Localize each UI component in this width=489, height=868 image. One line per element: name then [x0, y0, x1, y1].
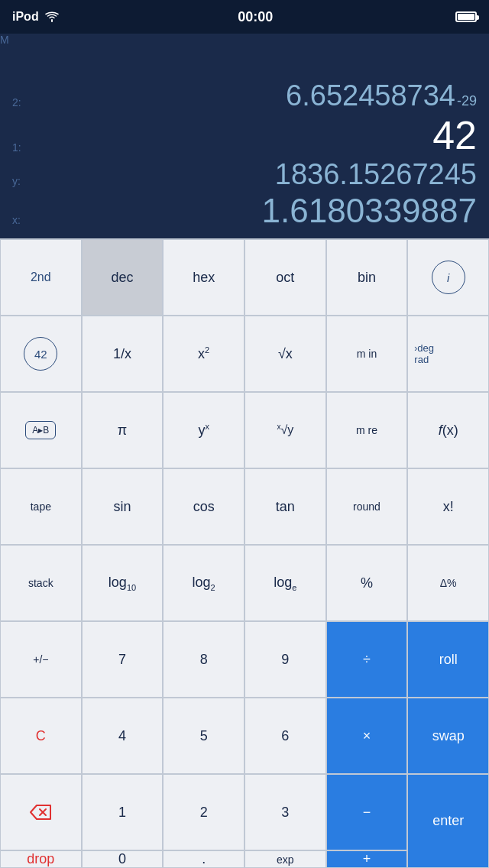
btn-bin[interactable]: bin	[326, 239, 408, 316]
btn-deg-rad[interactable]: ›deg rad	[407, 316, 489, 392]
rowx-label: x:	[12, 215, 21, 226]
btn-tape[interactable]: tape	[0, 468, 82, 545]
btn-roll[interactable]: roll	[407, 621, 489, 698]
backspace-icon	[29, 804, 52, 821]
btn-stack[interactable]: stack	[0, 545, 82, 621]
rowy-value: 1836.15267245	[275, 159, 477, 191]
btn-hex[interactable]: hex	[163, 239, 244, 316]
calculator-display: M 2: 6.652458734 -29 1: 42 y: 1836.15267…	[0, 34, 489, 238]
btn-clear[interactable]: C	[0, 698, 82, 774]
btn-9[interactable]: 9	[244, 621, 326, 698]
btn-3[interactable]: 3	[244, 774, 326, 850]
row2-exp: -29	[457, 94, 477, 109]
btn-4[interactable]: 4	[82, 698, 164, 774]
btn-swap[interactable]: swap	[407, 698, 489, 774]
btn-sin[interactable]: sin	[82, 468, 164, 545]
btn-decimal[interactable]: .	[163, 850, 244, 868]
battery-icon	[455, 11, 477, 22]
btn-log10[interactable]: log10	[82, 545, 164, 621]
btn-1overx[interactable]: 1/x	[82, 316, 164, 392]
btn-backspace[interactable]	[0, 774, 82, 850]
btn-factorial[interactable]: x!	[407, 468, 489, 545]
btn-fx[interactable]: f(x)	[407, 392, 489, 468]
row2-value: 6.652458734	[286, 80, 455, 112]
btn-sqrt[interactable]: √x	[244, 316, 326, 392]
btn-enter[interactable]: enter	[407, 774, 489, 868]
btn-42[interactable]: 42	[0, 316, 82, 392]
btn-log2[interactable]: log2	[163, 545, 244, 621]
btn-tan[interactable]: tan	[244, 468, 326, 545]
btn-loge[interactable]: loge	[244, 545, 326, 621]
btn-pi[interactable]: π	[82, 392, 164, 468]
btn-2[interactable]: 2	[163, 774, 244, 850]
btn-delta-percent[interactable]: Δ%	[407, 545, 489, 621]
btn-2nd[interactable]: 2nd	[0, 239, 82, 316]
row2-label: 2:	[12, 97, 21, 108]
btn-multiply[interactable]: ×	[326, 698, 408, 774]
btn-info[interactable]: i	[407, 239, 489, 316]
btn-5[interactable]: 5	[163, 698, 244, 774]
row1-label: 1:	[12, 142, 21, 154]
btn-7[interactable]: 7	[82, 621, 164, 698]
btn-round[interactable]: round	[326, 468, 408, 545]
btn-drop[interactable]: drop	[0, 850, 82, 868]
btn-xsquared[interactable]: x2	[163, 316, 244, 392]
btn-plus[interactable]: +	[326, 850, 408, 868]
btn-percent[interactable]: %	[326, 545, 408, 621]
btn-atob[interactable]: A▸B	[0, 392, 82, 468]
btn-minus[interactable]: −	[326, 774, 408, 850]
btn-plusminus[interactable]: +/−	[0, 621, 82, 698]
btn-dec[interactable]: dec	[82, 239, 164, 316]
btn-cos[interactable]: cos	[163, 468, 244, 545]
btn-6[interactable]: 6	[244, 698, 326, 774]
m-label: M	[0, 34, 9, 46]
rowx-value: 1.6180339887	[262, 193, 477, 229]
btn-1[interactable]: 1	[82, 774, 164, 850]
btn-0[interactable]: 0	[82, 850, 164, 868]
btn-oct[interactable]: oct	[244, 239, 326, 316]
time-display: 00:00	[238, 9, 273, 25]
btn-yx[interactable]: yx	[163, 392, 244, 468]
btn-divide[interactable]: ÷	[326, 621, 408, 698]
rowy-label: y:	[12, 176, 21, 187]
device-label: iPod	[12, 10, 39, 24]
calculator-grid: 2nd dec hex oct bin i 42 1/x x2 √x m in …	[0, 238, 489, 868]
btn-min[interactable]: m in	[326, 316, 408, 392]
wifi-icon	[45, 11, 59, 22]
btn-8[interactable]: 8	[163, 621, 244, 698]
row1-value: 42	[432, 114, 477, 157]
btn-xrooty[interactable]: x√y	[244, 392, 326, 468]
btn-mre[interactable]: m re	[326, 392, 408, 468]
status-bar: iPod 00:00	[0, 0, 489, 34]
btn-exp[interactable]: exp	[244, 850, 326, 868]
